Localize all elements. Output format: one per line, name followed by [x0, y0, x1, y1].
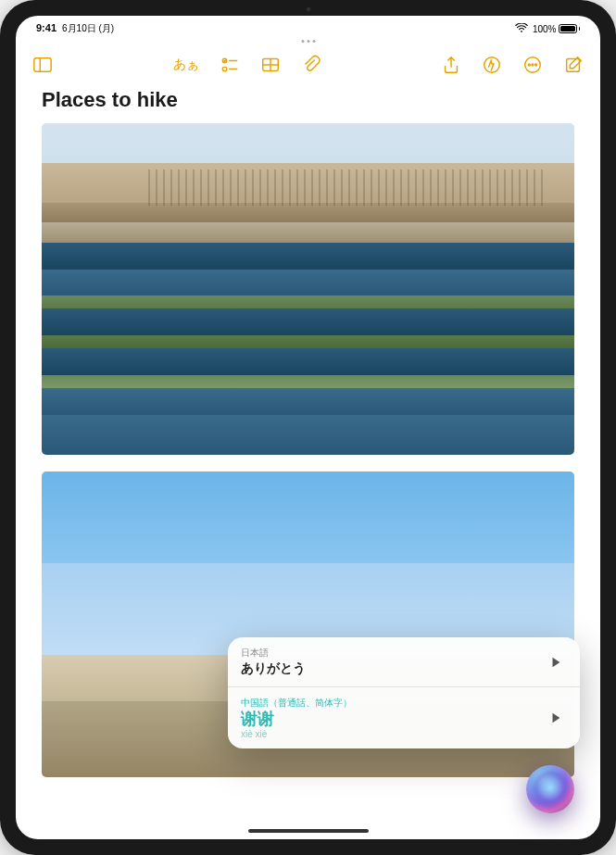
svg-point-14: [535, 64, 537, 66]
format-button[interactable]: あぁ: [173, 57, 199, 73]
target-romanization: xiè xiè: [241, 729, 535, 739]
checklist-icon[interactable]: [220, 55, 240, 75]
table-icon[interactable]: [260, 55, 281, 75]
ipad-device-frame: 9:41 6月10日 (月) 100%: [0, 0, 616, 855]
target-language-label: 中国語（普通話、简体字）: [241, 697, 535, 710]
more-icon[interactable]: [522, 55, 543, 75]
svg-point-12: [528, 64, 530, 66]
svg-point-13: [532, 64, 534, 66]
status-time: 9:41: [36, 22, 57, 33]
target-phrase: 谢谢: [241, 710, 535, 729]
source-phrase: ありがとう: [241, 660, 535, 677]
play-source-button[interactable]: [545, 651, 567, 673]
screen: 9:41 6月10日 (月) 100%: [16, 16, 600, 839]
wifi-icon: [515, 23, 528, 34]
siri-translate-card: 日本語 ありがとう 中国語（普通話、简体字） 谢谢 xiè xiè: [228, 637, 580, 748]
notes-toolbar: あぁ: [16, 45, 600, 84]
sidebar-toggle-icon[interactable]: [32, 55, 53, 75]
home-indicator[interactable]: [248, 829, 369, 833]
status-bar: 9:41 6月10日 (月) 100%: [16, 16, 600, 36]
markup-icon[interactable]: [482, 55, 502, 75]
svg-point-0: [521, 31, 522, 32]
siri-source-row[interactable]: 日本語 ありがとう: [228, 637, 580, 686]
compose-icon[interactable]: [563, 55, 584, 75]
siri-orb[interactable]: [526, 765, 574, 813]
play-target-button[interactable]: [545, 707, 567, 729]
svg-rect-15: [567, 59, 580, 72]
share-icon[interactable]: [441, 55, 461, 75]
siri-target-row[interactable]: 中国語（普通話、简体字） 谢谢 xiè xiè: [228, 686, 580, 748]
front-camera: [306, 6, 311, 12]
svg-rect-1: [34, 58, 51, 72]
svg-point-5: [222, 67, 226, 70]
note-image-river[interactable]: [42, 123, 574, 455]
status-date: 6月10日 (月): [62, 22, 114, 35]
note-title[interactable]: Places to hike: [42, 88, 574, 112]
source-language-label: 日本語: [241, 647, 535, 660]
attachment-icon[interactable]: [301, 55, 321, 75]
battery-percentage: 100%: [533, 24, 557, 34]
multitask-indicator[interactable]: [301, 40, 315, 43]
battery-icon: [559, 24, 577, 33]
